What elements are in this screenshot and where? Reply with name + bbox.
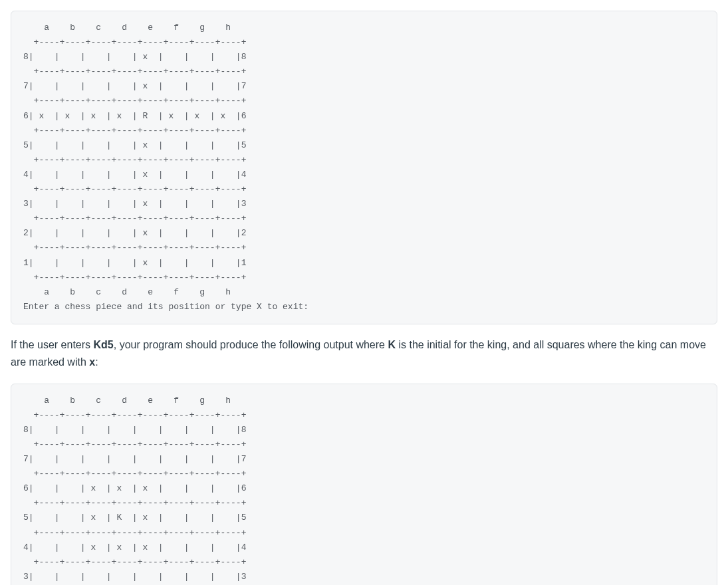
rook-board-output: a b c d e f g h +----+----+----+----+---…	[11, 11, 717, 324]
input-example-kd5: Kd5	[94, 339, 114, 350]
instruction-paragraph: If the user enters Kd5, your program sho…	[11, 336, 717, 372]
king-initial: K	[388, 339, 396, 350]
king-board-output: a b c d e f g h +----+----+----+----+---…	[11, 384, 717, 585]
text-segment: :	[95, 356, 98, 368]
text-segment: If the user enters	[11, 339, 94, 350]
text-segment: , your program should produce the follow…	[114, 339, 388, 350]
move-marker: x	[89, 356, 95, 368]
